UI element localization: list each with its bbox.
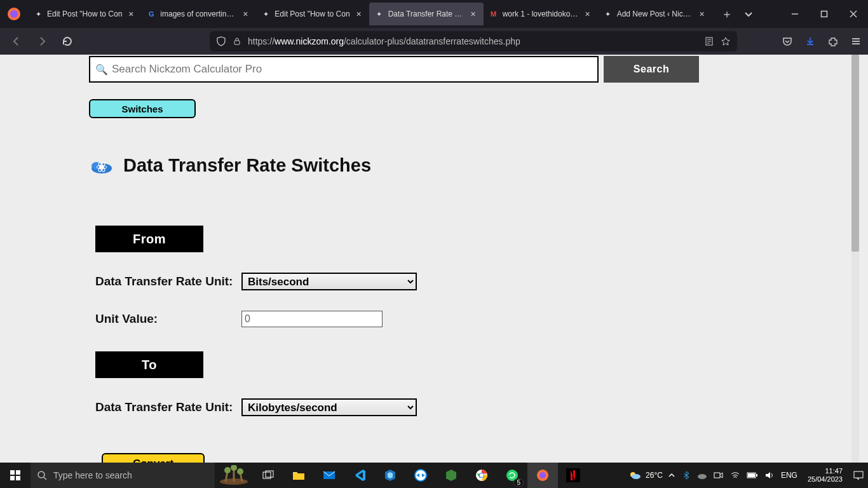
close-icon[interactable]: × [126,9,136,19]
bookmark-star-icon[interactable] [721,36,731,46]
site-search-box[interactable]: 🔍 [89,56,599,83]
netflix-icon[interactable] [558,463,588,488]
tab-label: work 1 - lovethidoko16 [503,10,579,18]
back-button[interactable] [6,31,27,51]
favicon-nickzom-icon: ✦ [261,9,271,19]
tab-label: Data Transfer Rate Con [388,10,465,18]
start-button[interactable] [0,463,31,488]
downloads-icon[interactable] [804,36,816,47]
window-close-button[interactable] [839,0,868,28]
clock-date: 25/04/2023 [808,475,843,484]
reload-button[interactable] [57,31,78,51]
svg-point-29 [237,468,243,475]
close-icon[interactable]: × [240,9,250,19]
switches-button[interactable]: Switches [89,99,196,118]
whatsapp-icon[interactable]: 5 [497,463,527,488]
to-unit-label: Data Transfer Rate Unit: [89,400,241,414]
site-search-input[interactable] [112,63,592,76]
clock[interactable]: 11:47 25/04/2023 [803,467,848,484]
shield-icon [216,36,226,46]
url-bar[interactable]: https://www.nickzom.org/calculator-plus/… [210,31,737,51]
svg-point-24 [38,471,44,478]
taskbar-search-placeholder: Type here to search [53,470,132,480]
svg-rect-32 [293,473,304,480]
battery-icon[interactable] [747,471,758,479]
onedrive-icon[interactable] [697,470,707,480]
notifications-icon[interactable] [853,470,864,481]
wifi-icon[interactable] [730,470,740,480]
forward-button[interactable] [32,31,52,51]
convert-button[interactable]: Convert [102,453,205,463]
window-maximize-button[interactable] [810,0,839,28]
cloud-atom-icon [89,157,114,175]
tab-1[interactable]: G images of converting b × [141,3,255,25]
firefox-taskbar-icon[interactable] [527,463,558,488]
window-minimize-button[interactable] [780,0,810,28]
tab-3[interactable]: ✦ Data Transfer Rate Con × [369,3,484,25]
firefox-logo [0,0,28,28]
close-icon[interactable]: × [354,9,364,19]
favicon-nickzom-icon: ✦ [374,9,384,19]
extensions-icon[interactable] [827,36,839,47]
scrollbar-thumb[interactable] [851,55,859,252]
to-label: To [95,351,203,378]
meet-now-icon[interactable] [714,470,724,480]
volume-icon[interactable] [764,470,775,480]
svg-line-25 [44,477,46,480]
app-menu-icon[interactable] [850,36,862,47]
unit-value-input[interactable] [241,311,383,327]
svg-rect-48 [756,474,757,477]
whatsapp-badge: 5 [513,478,524,487]
bluetooth-icon[interactable] [682,471,691,480]
teamviewer-icon[interactable] [405,463,436,488]
vscode-icon[interactable] [344,463,375,488]
favicon-nickzom-icon: ✦ [603,9,613,19]
task-view-button[interactable] [253,463,283,488]
file-explorer-icon[interactable] [283,463,314,488]
svg-rect-21 [16,470,20,475]
all-tabs-button[interactable] [744,10,753,18]
close-icon[interactable]: × [583,9,593,19]
language-indicator[interactable]: ENG [781,471,797,480]
node-icon[interactable] [436,463,466,488]
to-unit-select[interactable]: Kilobytes/second [241,398,417,416]
reader-mode-icon[interactable] [704,36,714,46]
svg-rect-47 [748,473,755,477]
tray-chevron-icon[interactable] [668,471,675,479]
favicon-nickzom-icon: ✦ [33,9,43,19]
svg-point-28 [231,465,237,471]
close-icon[interactable]: × [468,9,478,19]
site-search-button[interactable]: Search [604,56,699,83]
webpack-icon[interactable] [375,463,405,488]
taskbar-search[interactable]: Type here to search [31,463,215,488]
chrome-icon[interactable] [466,463,497,488]
search-highlight-icon[interactable] [215,463,253,488]
favicon-gmail-icon: M [489,9,499,19]
lock-icon [233,37,241,46]
clock-time: 11:47 [808,467,843,475]
weather-widget[interactable]: 26°C [628,468,663,482]
weather-temp: 26°C [646,471,663,480]
tab-label: images of converting b [160,10,236,18]
search-icon: 🔍 [95,64,108,76]
page-title: Data Transfer Rate Switches [123,155,371,176]
tab-2[interactable]: ✦ Edit Post "How to Con × [255,3,369,25]
tab-label: Add New Post ‹ Nickzo [617,10,693,18]
tab-5[interactable]: ✦ Add New Post ‹ Nickzo × [598,3,712,25]
svg-point-43 [632,474,641,479]
search-icon [37,470,47,480]
svg-rect-6 [234,41,240,44]
from-unit-label: Data Transfer Rate Unit: [89,274,241,288]
new-tab-button[interactable]: ＋ [721,6,733,22]
svg-point-40 [539,472,546,478]
svg-rect-22 [10,476,15,480]
tab-label: Edit Post "How to Con [275,10,349,18]
pocket-icon[interactable] [782,36,793,47]
svg-rect-49 [854,471,863,478]
tab-0[interactable]: ✦ Edit Post "How to Con × [28,3,141,25]
tab-4[interactable]: M work 1 - lovethidoko16 × [484,3,598,25]
close-icon[interactable]: × [697,9,707,19]
from-unit-select[interactable]: Bits/second [241,273,417,290]
svg-rect-3 [822,11,827,17]
mail-icon[interactable] [314,463,344,488]
